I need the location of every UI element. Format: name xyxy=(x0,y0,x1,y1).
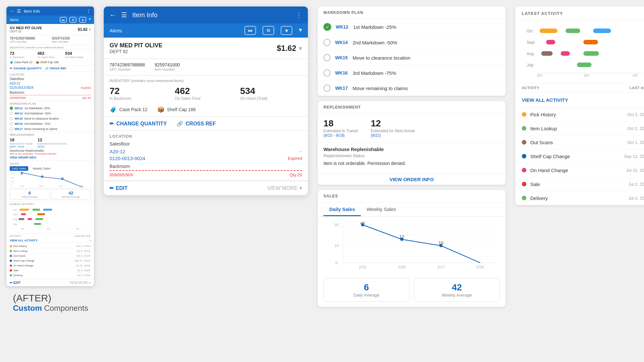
menu-icon[interactable]: ☰ xyxy=(17,8,21,14)
main-cross-ref-btn[interactable]: 🔗 CROSS REF xyxy=(177,121,216,127)
main-star-icon[interactable]: ★ xyxy=(281,26,292,35)
fork-icon[interactable]: ⚙ xyxy=(69,17,76,23)
activity-chevron-6: › xyxy=(90,274,91,277)
phone-weekly-sales-tab[interactable]: Weekly Sales xyxy=(31,166,52,171)
markdown-item-2: WK15 Move to clearance location xyxy=(318,50,506,65)
view-all-activity-btn[interactable]: VIEW ALL ACTIVITY › xyxy=(515,93,644,108)
chevron-item-icon[interactable]: ▾ xyxy=(89,27,91,32)
markdown-radio-4 xyxy=(323,85,331,92)
phone-loc-id[interactable]: 0120-0013-0024 xyxy=(10,86,33,89)
main-chevron-down-icon[interactable]: ▾ xyxy=(299,26,302,35)
phone-backroom: 72 In Backroom xyxy=(10,51,35,59)
phone-view-all-btn[interactable]: VIEW ALL ACTIVITY › xyxy=(10,238,91,243)
main-item-number-col: 9259741000 Item Number xyxy=(155,62,180,72)
svg-text:10: 10 xyxy=(11,181,14,182)
sales-card: SALES Daily Sales Weekly Sales 20 10 xyxy=(318,190,506,307)
phone-sales-averages: 6 Daily Average 42 Weekly Average xyxy=(10,189,91,200)
main-item-price: $1.62 xyxy=(277,44,296,53)
activity-chevron-1: › xyxy=(90,249,91,252)
svg-rect-26 xyxy=(35,218,43,220)
phone-activity-item-2[interactable]: Out Scans Oct 1, 2018 › xyxy=(10,253,91,258)
replen-in-transit: 18 Estimated In Transit (9/15 - 9/19) xyxy=(323,118,358,138)
main-change-qty-btn[interactable]: ✏ CHANGE QUANTITY xyxy=(110,121,167,127)
main-menu-icon[interactable]: ☰ xyxy=(121,11,127,19)
weekly-sales-tab[interactable]: Weekly Sales xyxy=(361,203,402,216)
more-icon[interactable]: ⋮ xyxy=(86,8,91,14)
star-icon[interactable]: ★ xyxy=(79,17,86,23)
svg-text:am: am xyxy=(76,228,79,230)
main-action-row: ✏ CHANGE QUANTITY 🔗 CROSS REF xyxy=(104,117,308,131)
main-edit-icon: ✏ xyxy=(110,185,114,191)
main-view-more-btn[interactable]: VIEW MORE ▾ xyxy=(267,185,302,191)
main-inventory-row: 72 In Backroom 462 On Sales Floor 534 On… xyxy=(104,84,308,104)
phone-activity-item-6[interactable]: Delivery Jul 2, 2018 › xyxy=(10,273,91,278)
main-more-icon[interactable]: ⋮ xyxy=(296,11,302,19)
case-icon: 🧳 xyxy=(10,61,13,64)
phone-order-info-btn[interactable]: VIEW ORDER INFO xyxy=(10,156,36,159)
svg-text:Oct: Oct xyxy=(527,29,533,33)
daily-sales-tab[interactable]: Daily Sales xyxy=(323,203,361,216)
phone-activity-item-5[interactable]: Sale Jul 2, 2018 › xyxy=(10,268,91,273)
svg-text:2/25: 2/25 xyxy=(398,265,406,269)
svg-rect-61 xyxy=(541,51,553,56)
svg-rect-18 xyxy=(32,209,40,211)
main-alerts-bar: Alerts 🛏 ⚙ ★ ▾ xyxy=(104,23,308,38)
dash-icon: – xyxy=(89,82,91,85)
phone-location-title: LOCATION xyxy=(10,73,91,76)
components-text: Components xyxy=(44,304,88,312)
phone-alerts-icons: 🛏 ⚙ ★ ▾ xyxy=(60,17,91,23)
bed-icon[interactable]: 🛏 xyxy=(60,17,67,23)
back-icon[interactable]: ← xyxy=(10,8,14,14)
svg-text:2/23: 2/23 xyxy=(20,185,24,187)
sales-chart-area: 20 10 0 20 12 10 2/23 2/25 2/27 2 xyxy=(318,216,506,275)
phone-activity-item-4[interactable]: On Hand Change Jul 31, 2018 › xyxy=(10,263,91,268)
phone-activity-item-0[interactable]: Pick History Oct 2, 2018 › xyxy=(10,244,91,249)
phone-daily-sales-tab[interactable]: Daily Sales xyxy=(10,166,28,171)
svg-text:20: 20 xyxy=(11,172,14,174)
activity-dot-5 xyxy=(10,269,12,272)
phone-activity-item-3[interactable]: Shelf Cap Change Sep 12, 2018 › xyxy=(10,258,91,263)
phone-edit-row: ✏ EDIT VIEW MORE ▾ xyxy=(6,279,94,286)
replen-order-btn[interactable]: VIEW ORDER INFO xyxy=(318,174,506,185)
activity-item-0[interactable]: Pick History Oct 2, 2018 › xyxy=(515,108,644,122)
chevron-down-icon[interactable]: ▾ xyxy=(89,17,91,23)
phone-replen-row: 18 Estimated In Transit (9/15 - 9/19) 12… xyxy=(10,137,91,148)
phone-view-more-btn[interactable]: VIEW MORE ▾ xyxy=(69,281,91,285)
radio-circle-icon-3 xyxy=(10,122,13,125)
phone-sales-tabs: Daily Sales Weekly Sales xyxy=(10,166,91,171)
phone-edit-btn[interactable]: ✏ EDIT xyxy=(10,281,21,285)
sales-averages: 6 Daily Average 42 Weekly Average xyxy=(318,275,506,307)
phone-change-qty-btn[interactable]: ✏ CHANGE QUANTITY xyxy=(10,67,42,70)
svg-rect-25 xyxy=(28,218,32,220)
main-bed-icon[interactable]: 🛏 xyxy=(244,26,256,35)
phone-item-number-col: 9259741000 Item Number xyxy=(52,37,91,43)
phone-daily-avg: 6 Daily Average xyxy=(10,189,50,200)
main-upc-label: UPC Number xyxy=(110,67,145,71)
main-loc-id[interactable]: 0120-0013-0024 xyxy=(110,156,145,161)
act-dot-4 xyxy=(522,168,526,172)
phone-loc-code[interactable]: A20-12 xyxy=(10,82,20,85)
main-back-icon[interactable]: ← xyxy=(110,11,116,19)
main-edit-btn[interactable]: ✏ EDIT xyxy=(110,185,127,191)
svg-text:10: 10 xyxy=(439,240,443,245)
activity-item-4[interactable]: On Hand Change Jul 31, 2018 › xyxy=(515,163,644,177)
change-qty-icon: ✏ xyxy=(10,67,12,70)
main-chevron-item-icon[interactable]: ▾ xyxy=(299,44,302,52)
activity-item-2[interactable]: Out Scans Oct 1, 2018 › xyxy=(515,135,644,149)
svg-text:am: am xyxy=(21,228,24,230)
main-loc-code[interactable]: A20-12 xyxy=(110,149,125,154)
phone-activity-item-1[interactable]: Item Lookup Oct 2, 2018 › xyxy=(10,249,91,253)
phone-dashed-row: 009/005/909 Qty 20 xyxy=(10,95,91,99)
activity-item-3[interactable]: Shelf Cap Change Sep 12, 2018 › xyxy=(515,149,644,163)
svg-text:July: July xyxy=(527,63,533,67)
phone-activity-list-header: ACTIVITY LAST ACTIVE xyxy=(10,234,91,238)
phone-cross-ref-btn[interactable]: 🔗 CROSS REF xyxy=(45,67,67,70)
act-dot-5 xyxy=(522,182,526,186)
activity-item-1[interactable]: Item Lookup Oct 2, 2018 › xyxy=(515,122,644,135)
activity-item-5[interactable]: Sale Jul 2, 2018 › xyxy=(515,177,644,191)
main-fork-icon[interactable]: ⚙ xyxy=(263,26,274,35)
phone-shelf-cap: 📦 Shelf Cap 186 xyxy=(36,61,59,64)
activity-item-6[interactable]: Delivery Jul 2, 2018 › xyxy=(515,191,644,205)
markdown-check-0: ✓ xyxy=(323,23,331,31)
phone-case-pack: 🧳 Case Pack 12 xyxy=(10,61,32,64)
